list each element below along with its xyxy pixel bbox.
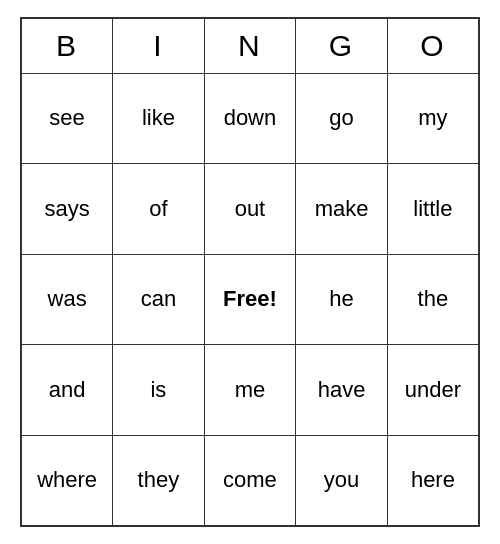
header-cell-n: N (204, 18, 296, 73)
header-cell-i: I (113, 18, 204, 73)
header-cell-b: B (21, 18, 113, 73)
header-row: BINGO (21, 18, 479, 73)
bingo-cell-3-4: under (387, 345, 479, 436)
bingo-cell-1-3: make (296, 164, 388, 255)
bingo-cell-3-3: have (296, 345, 388, 436)
bingo-cell-2-0: was (21, 254, 113, 345)
bingo-cell-4-4: here (387, 435, 479, 526)
bingo-row-4: wheretheycomeyouhere (21, 435, 479, 526)
bingo-cell-4-2: come (204, 435, 296, 526)
bingo-cell-1-2: out (204, 164, 296, 255)
bingo-cell-4-3: you (296, 435, 388, 526)
bingo-cell-3-0: and (21, 345, 113, 436)
bingo-cell-4-1: they (113, 435, 204, 526)
bingo-row-3: andismehaveunder (21, 345, 479, 436)
bingo-card: BINGO seelikedowngomysaysofoutmakelittle… (20, 17, 480, 527)
header-cell-o: O (387, 18, 479, 73)
bingo-cell-0-3: go (296, 73, 388, 164)
bingo-row-0: seelikedowngomy (21, 73, 479, 164)
bingo-cell-2-1: can (113, 254, 204, 345)
bingo-cell-1-4: little (387, 164, 479, 255)
bingo-cell-3-2: me (204, 345, 296, 436)
bingo-row-1: saysofoutmakelittle (21, 164, 479, 255)
bingo-cell-0-1: like (113, 73, 204, 164)
bingo-cell-4-0: where (21, 435, 113, 526)
bingo-cell-3-1: is (113, 345, 204, 436)
bingo-cell-0-0: see (21, 73, 113, 164)
bingo-cell-1-1: of (113, 164, 204, 255)
bingo-cell-2-2: Free! (204, 254, 296, 345)
bingo-cell-0-2: down (204, 73, 296, 164)
bingo-cell-2-4: the (387, 254, 479, 345)
bingo-cell-2-3: he (296, 254, 388, 345)
header-cell-g: G (296, 18, 388, 73)
bingo-cell-0-4: my (387, 73, 479, 164)
bingo-row-2: wascanFree!hethe (21, 254, 479, 345)
bingo-cell-1-0: says (21, 164, 113, 255)
